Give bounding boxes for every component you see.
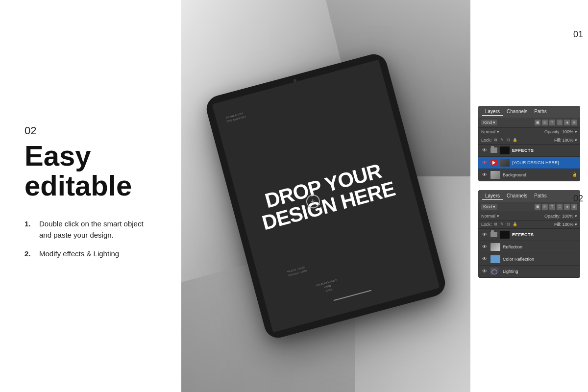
lock-art-icon[interactable]: ⊡ — [506, 138, 511, 143]
fill-control-2: Fill: 100% ▾ — [554, 222, 577, 227]
layer-thumb-lighting — [490, 268, 500, 275]
layer-name-reflection: Reflection — [503, 245, 577, 249]
panel2-options: Normal ▾ Opacity: 100% ▾ — [478, 212, 580, 220]
small-text-thanks: THANKS FORTHE SUPPORT — [225, 111, 247, 123]
center-panel: THANKS FORTHE SUPPORT DROP YOURDESIGN HE… — [181, 0, 470, 392]
layer-design[interactable]: 👁 [YOUR DESIGN HERE] — [478, 157, 580, 169]
toolbar-icons-1: ▣ ◎ T □ ◈ ⊕ — [535, 120, 577, 125]
panel-number-1: 01 — [573, 29, 583, 40]
layer-name-lighting: Lighting — [503, 269, 577, 274]
layer-effects-1[interactable]: 👁 EFFECTS — [478, 145, 580, 157]
home-indicator — [333, 290, 371, 301]
visibility-lighting[interactable]: 👁 — [481, 268, 488, 275]
tab-layers-1[interactable]: Layers — [482, 108, 503, 116]
lock-all-icon-2[interactable]: 🔒 — [513, 222, 517, 227]
drop-design-text: DROP YOURDESIGN HERE — [255, 158, 397, 233]
lock-draw-icon-2[interactable]: ✎ — [500, 222, 505, 227]
filter-type-icon-2[interactable]: T — [549, 204, 555, 210]
panel1-header: Layers Channels Paths — [478, 106, 580, 118]
small-text-brand: HALADIMOCKUPSWWW.COM — [316, 278, 339, 294]
lock-pos-icon-2[interactable]: ⊠ — [493, 222, 498, 227]
panel1-toolbar: Kind ▾ ▣ ◎ T □ ◈ ⊕ — [478, 118, 580, 128]
opacity-control-1: Opacity: 100% ▾ — [544, 129, 577, 134]
visibility-design[interactable]: 👁 — [481, 159, 488, 166]
layer-thumb-color-ref — [490, 255, 500, 263]
layer-name-bg: Background — [503, 172, 570, 177]
filter-extra-icon[interactable]: ⊕ — [571, 120, 577, 125]
instructions-list: 1. Double click on the smart object and … — [24, 219, 157, 268]
panel2-lock-row: Lock: ⊠ ✎ ⊡ 🔒 Fill: 100% ▾ — [478, 220, 580, 229]
layer-reflection[interactable]: 👁 Reflection — [478, 241, 580, 253]
lock-pos-icon[interactable]: ⊠ — [493, 138, 498, 143]
blend-mode-2: Normal ▾ — [481, 214, 499, 219]
layer-name-effects-2: EFFECTS — [512, 232, 534, 237]
visibility-color-ref[interactable]: 👁 — [481, 256, 488, 263]
right-panels: 01 Layers Channels Paths Kind ▾ ▣ ◎ T □ … — [470, 0, 588, 392]
visibility-reflection[interactable]: 👁 — [481, 244, 488, 250]
small-text-place: PLACE YOURDESIGN HERE — [287, 265, 308, 277]
tab-channels-1[interactable]: Channels — [504, 108, 530, 116]
lock-art-icon-2[interactable]: ⊡ — [506, 222, 511, 227]
panel1-lock-row: Lock: ⊠ ✎ ⊡ 🔒 Fill: 100% ▾ — [478, 136, 580, 145]
filter-adj-icon-2[interactable]: ◎ — [542, 204, 548, 210]
lock-icons-1: ⊠ ✎ ⊡ 🔒 — [493, 138, 517, 143]
tab-paths-1[interactable]: Paths — [531, 108, 550, 116]
layer-thumb-bg — [490, 171, 500, 179]
blend-mode-1: Normal ▾ — [481, 129, 499, 134]
filter-shape-icon-2[interactable]: □ — [557, 204, 563, 210]
layer-lighting[interactable]: 👁 Lighting — [478, 266, 580, 278]
folder-icon-1 — [490, 147, 497, 153]
layer-thumb-effects-1 — [500, 147, 510, 154]
lock-draw-icon[interactable]: ✎ — [500, 138, 505, 143]
lock-icons-2: ⊠ ✎ ⊡ 🔒 — [493, 222, 517, 227]
instruction-2: 2. Modify effects & Lighting — [24, 248, 157, 260]
layers-panel-1: Layers Channels Paths Kind ▾ ▣ ◎ T □ ◈ ⊕… — [478, 106, 580, 181]
layer-name-effects-1: EFFECTS — [512, 148, 534, 153]
filter-shape-icon[interactable]: □ — [557, 120, 563, 125]
kind-dropdown-1[interactable]: Kind ▾ — [481, 120, 497, 125]
filter-smart-icon[interactable]: ◈ — [564, 120, 570, 125]
filter-smart-icon-2[interactable]: ◈ — [564, 204, 570, 210]
filter-pixel-icon[interactable]: ▣ — [535, 120, 540, 125]
folder-icon-2 — [490, 232, 497, 237]
panel1-options: Normal ▾ Opacity: 100% ▾ — [478, 128, 580, 136]
layer-thumb-reflection — [490, 243, 500, 251]
filter-pixel-icon-2[interactable]: ▣ — [535, 204, 540, 210]
left-panel: 02 Easy editable 1. Double click on the … — [0, 0, 181, 392]
step-number: 02 — [24, 124, 157, 137]
layer-lock-icon: 🔒 — [572, 172, 577, 177]
filter-type-icon[interactable]: T — [549, 120, 555, 125]
visibility-effects-1[interactable]: 👁 — [481, 147, 488, 154]
panel2-header: Layers Channels Paths — [478, 190, 580, 202]
tab-channels-2[interactable]: Channels — [504, 192, 530, 200]
lock-all-icon[interactable]: 🔒 — [513, 138, 517, 143]
toolbar-icons-2: ▣ ◎ T □ ◈ ⊕ — [535, 204, 577, 210]
layer-red-icon — [490, 159, 497, 166]
tab-layers-2[interactable]: Layers — [482, 192, 503, 200]
panel2-toolbar: Kind ▾ ▣ ◎ T □ ◈ ⊕ — [478, 202, 580, 212]
filter-adj-icon[interactable]: ◎ — [542, 120, 548, 125]
visibility-background[interactable]: 👁 — [481, 172, 488, 178]
arrow-icon — [492, 161, 495, 165]
layer-name-color-ref: Color Reflection — [503, 257, 577, 262]
opacity-control-2: Opacity: 100% ▾ — [544, 214, 577, 219]
layer-effects-2[interactable]: 👁 EFFECTS — [478, 229, 580, 241]
layer-name-design: [YOUR DESIGN HERE] — [512, 160, 577, 165]
kind-dropdown-2[interactable]: Kind ▾ — [481, 204, 497, 210]
layer-thumb-effects-2 — [500, 231, 510, 239]
visibility-effects-2[interactable]: 👁 — [481, 231, 488, 238]
panel-number-2: 02 — [573, 194, 583, 204]
main-title: Easy editable — [24, 141, 157, 201]
fill-control-1: Fill: 100% ▾ — [554, 138, 577, 143]
layer-color-reflection[interactable]: 👁 Color Reflection — [478, 253, 580, 266]
layer-thumb-design — [500, 159, 510, 167]
layers-panel-2: Layers Channels Paths Kind ▾ ▣ ◎ T □ ◈ ⊕… — [478, 190, 580, 278]
filter-extra-icon-2[interactable]: ⊕ — [571, 204, 577, 210]
instruction-1: 1. Double click on the smart object and … — [24, 219, 157, 241]
tab-paths-2[interactable]: Paths — [531, 192, 550, 200]
layer-background[interactable]: 👁 Background 🔒 — [478, 169, 580, 181]
